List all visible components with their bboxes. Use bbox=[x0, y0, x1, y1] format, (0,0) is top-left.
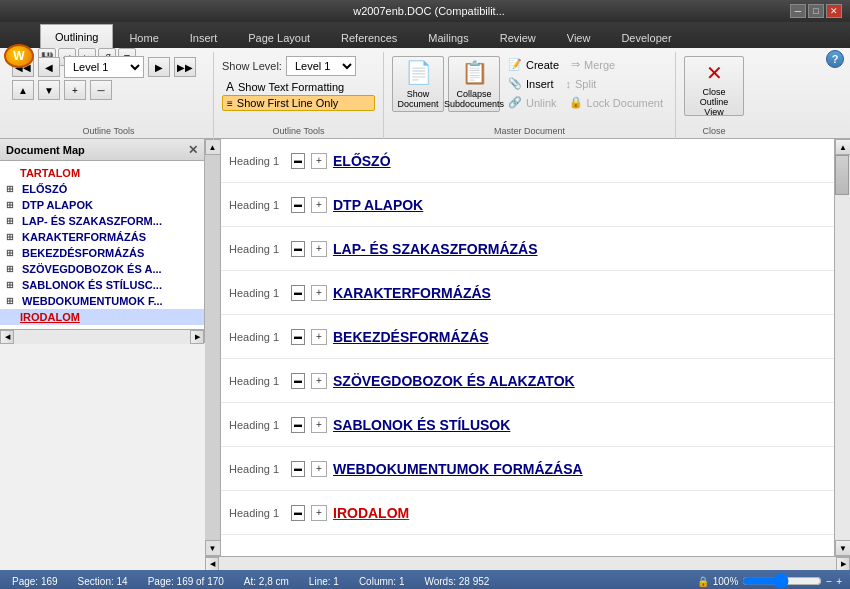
vertical-scrollbar: ▲ ▼ bbox=[834, 139, 850, 556]
doc-map-hscrollbar: ◀ ▶ bbox=[0, 329, 204, 343]
tab-mailings[interactable]: Mailings bbox=[413, 26, 483, 48]
move-up-button[interactable]: ▲ bbox=[12, 80, 34, 100]
outline-row-content: ▬ + SABLONOK ÉS STÍLUSOK bbox=[291, 417, 834, 433]
maximize-button[interactable]: □ bbox=[808, 4, 824, 18]
tab-insert[interactable]: Insert bbox=[175, 26, 233, 48]
outline-hscrollbar: ◀ ▶ bbox=[205, 556, 850, 570]
tab-outlining[interactable]: Outlining bbox=[40, 24, 113, 48]
collapse-outline-button[interactable]: ─ bbox=[90, 80, 112, 100]
list-item[interactable]: ⊞ KARAKTERFORMÁZÁS bbox=[0, 229, 204, 245]
list-item[interactable]: TARTALOM bbox=[0, 165, 204, 181]
zoom-in-icon[interactable]: + bbox=[836, 576, 842, 587]
window-controls: ─ □ ✕ bbox=[790, 4, 842, 18]
insert-button[interactable]: 📎 Insert bbox=[504, 75, 558, 92]
outline-hscroll-right-button[interactable]: ▶ bbox=[836, 557, 850, 571]
expand-button[interactable]: + bbox=[311, 505, 327, 521]
list-item[interactable]: ⊞ WEBDOKUMENTUMOK F... bbox=[0, 293, 204, 309]
status-right: 🔒 100% − + bbox=[697, 576, 842, 587]
tab-developer[interactable]: Developer bbox=[606, 26, 686, 48]
hscroll-right-button[interactable]: ▶ bbox=[190, 330, 204, 344]
hscroll-left-button[interactable]: ◀ bbox=[0, 330, 14, 344]
list-item[interactable]: ⊞ LAP- ÉS SZAKASZFORM... bbox=[0, 213, 204, 229]
left-ruler: ▲ ▼ bbox=[205, 139, 221, 556]
expand-button[interactable]: + bbox=[311, 241, 327, 257]
list-item[interactable]: ⊞ SABLONOK ÉS STÍLUSC... bbox=[0, 277, 204, 293]
unlink-button[interactable]: 🔗 Unlink bbox=[504, 94, 561, 111]
page-icon: ▬ bbox=[291, 505, 305, 521]
move-down-button[interactable]: ▼ bbox=[38, 80, 60, 100]
minimize-button[interactable]: ─ bbox=[790, 4, 806, 18]
promote-button[interactable]: ◀ bbox=[38, 57, 60, 77]
scroll-down-button[interactable]: ▼ bbox=[205, 540, 221, 556]
close-outline-view-button[interactable]: ✕ CloseOutline View bbox=[684, 56, 744, 116]
help-button[interactable]: ? bbox=[826, 50, 844, 68]
scroll-up-button[interactable]: ▲ bbox=[205, 139, 221, 155]
page-status: Page: 169 bbox=[8, 576, 62, 587]
expand-outline-button[interactable]: + bbox=[64, 80, 86, 100]
collapse-subdocuments-button[interactable]: 📋 Collapse Subdocuments bbox=[448, 56, 500, 112]
document-map-close-button[interactable]: ✕ bbox=[188, 143, 198, 157]
show-level-row: Show Level: Level 1 Level 2 All Levels bbox=[222, 56, 375, 76]
demote-body-button[interactable]: ▶▶ bbox=[174, 57, 196, 77]
vscroll-up-button[interactable]: ▲ bbox=[835, 139, 850, 155]
expand-button[interactable]: + bbox=[311, 153, 327, 169]
tab-page-layout[interactable]: Page Layout bbox=[233, 26, 325, 48]
outline-text: KARAKTERFORMÁZÁS bbox=[333, 285, 826, 301]
expand-button[interactable]: + bbox=[311, 417, 327, 433]
expand-button[interactable]: + bbox=[311, 373, 327, 389]
expand-icon: ⊞ bbox=[6, 184, 14, 194]
tab-references[interactable]: References bbox=[326, 26, 412, 48]
section-status: Section: 14 bbox=[74, 576, 132, 587]
show-document-label: Show Document bbox=[393, 89, 443, 109]
heading-label: Heading 1 bbox=[221, 507, 291, 519]
unlink-icon: 🔗 bbox=[508, 96, 522, 109]
outline-hscroll-track[interactable] bbox=[219, 557, 836, 571]
status-left: Page: 169 Section: 14 Page: 169 of 170 A… bbox=[8, 576, 493, 587]
outline-level-select[interactable]: Level 1 Level 2 Level 3 bbox=[64, 56, 144, 78]
window-title: w2007enb.DOC (Compatibilit... bbox=[68, 5, 790, 17]
lock-icon: 🔒 bbox=[569, 96, 583, 109]
list-item[interactable]: ⊞ SZÖVEGDOBOZOK ÉS A... bbox=[0, 261, 204, 277]
show-document-button[interactable]: 📄 Show Document bbox=[392, 56, 444, 112]
expand-button[interactable]: + bbox=[311, 285, 327, 301]
collapse-label: Collapse Subdocuments bbox=[444, 89, 504, 109]
page-icon: ▬ bbox=[291, 373, 305, 389]
master-document-label: Master Document bbox=[494, 126, 565, 136]
list-item[interactable]: ⊞ BEKEZDÉSFORMÁZÁS bbox=[0, 245, 204, 261]
vscroll-thumb[interactable] bbox=[835, 155, 849, 195]
outline-hscroll-left-button[interactable]: ◀ bbox=[205, 557, 219, 571]
demote-button[interactable]: ▶ bbox=[148, 57, 170, 77]
merge-button[interactable]: ⇒ Merge bbox=[567, 56, 619, 73]
vscroll-down-button[interactable]: ▼ bbox=[835, 540, 850, 556]
heading-label: Heading 1 bbox=[221, 463, 291, 475]
hscroll-track[interactable] bbox=[14, 330, 190, 344]
show-text-formatting-button[interactable]: A Show Text Formatting bbox=[222, 79, 375, 95]
heading-label: Heading 1 bbox=[221, 331, 291, 343]
expand-icon: ⊞ bbox=[6, 248, 14, 258]
show-first-line-button[interactable]: ≡ Show First Line Only bbox=[222, 95, 375, 111]
tab-view[interactable]: View bbox=[552, 26, 606, 48]
split-label: Split bbox=[575, 78, 596, 90]
table-row: Heading 1 ▬ + DTP ALAPOK bbox=[221, 183, 834, 227]
window-close-button[interactable]: ✕ bbox=[826, 4, 842, 18]
list-item[interactable]: IRODALOM bbox=[0, 309, 204, 325]
tab-home[interactable]: Home bbox=[114, 26, 173, 48]
list-item[interactable]: ⊞ DTP ALAPOK bbox=[0, 197, 204, 213]
outline-move-row: ▲ ▼ + ─ bbox=[12, 80, 205, 100]
expand-button[interactable]: + bbox=[311, 329, 327, 345]
expand-button[interactable]: + bbox=[311, 461, 327, 477]
create-button[interactable]: 📝 Create bbox=[504, 56, 563, 73]
vscroll-track[interactable] bbox=[835, 155, 850, 540]
expand-icon: ⊞ bbox=[6, 264, 14, 274]
table-row: Heading 1 ▬ + BEKEZDÉSFORMÁZÁS bbox=[221, 315, 834, 359]
outline-tools-label: Outline Tools bbox=[83, 126, 135, 136]
list-item[interactable]: ⊞ ELŐSZÓ bbox=[0, 181, 204, 197]
expand-button[interactable]: + bbox=[311, 197, 327, 213]
zoom-out-icon[interactable]: − bbox=[826, 576, 832, 587]
split-button[interactable]: ↕ Split bbox=[562, 75, 601, 92]
office-button[interactable]: W bbox=[4, 44, 38, 70]
tab-review[interactable]: Review bbox=[485, 26, 551, 48]
show-level-select[interactable]: Level 1 Level 2 All Levels bbox=[286, 56, 356, 76]
lock-document-button[interactable]: 🔒 Lock Document bbox=[565, 94, 667, 111]
zoom-slider[interactable] bbox=[742, 576, 822, 586]
